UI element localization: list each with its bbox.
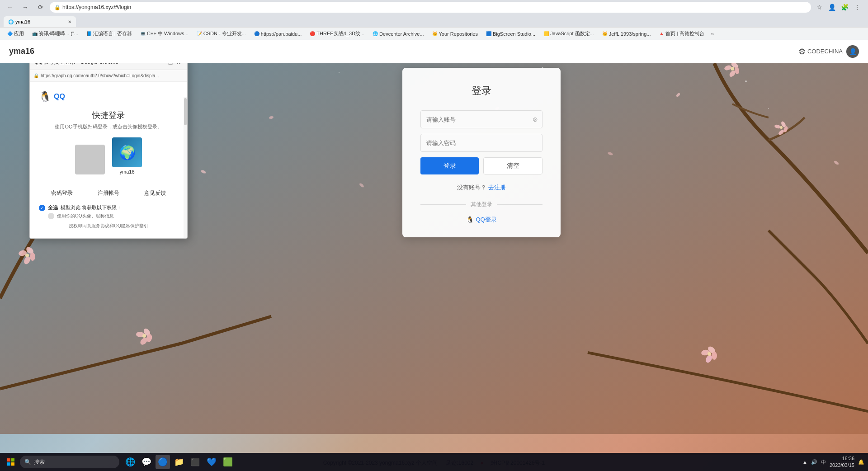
other-login-divider: 其他登录: [420, 201, 542, 208]
qq-terms-text: 授权即同意服务协议和QQ隐私保护指引: [39, 223, 178, 229]
login-submit-button[interactable]: 登录: [420, 157, 479, 174]
back-button[interactable]: ←: [4, 1, 16, 14]
start-button[interactable]: [4, 455, 18, 469]
qq-avatar-blurred[interactable]: [75, 145, 105, 174]
more-button[interactable]: ⋮: [852, 2, 863, 13]
qq-login-subtitle: 使用QQ手机版扫码登录，或点击头像授权登录。: [39, 123, 178, 130]
tabs-bar: 🌐 yma16 ✕: [0, 14, 868, 27]
qq-password-login-link[interactable]: 密码登录: [51, 189, 73, 197]
other-login-methods: 🐧 QQ登录: [420, 216, 542, 224]
qq-brand: 🐧 QQ: [39, 91, 178, 103]
qq-register-link[interactable]: 注册帐号: [98, 189, 119, 197]
bookmark-baidu[interactable]: 🔵 https://pan.baidu...: [250, 29, 306, 39]
bookmark-button[interactable]: ☆: [814, 2, 825, 13]
qq-window-lock-icon: 🔒: [33, 73, 39, 78]
taskbar-app-vscode[interactable]: 💙: [204, 455, 219, 469]
taskbar-search-placeholder: 搜索: [34, 458, 45, 466]
qq-links: 密码登录 注册帐号 意见反馈: [39, 189, 178, 197]
register-link[interactable]: 去注册: [488, 184, 506, 191]
qq-login-popup: QQ帐号安全登录 - Google Chrome ─ □ ✕ 🔒 https:/…: [29, 54, 188, 239]
qq-avatar-name: yma16: [119, 169, 134, 174]
login-card-title: 登录: [420, 84, 542, 98]
qq-login-label: QQ登录: [476, 216, 496, 224]
qq-avatar-real-image: 🌍: [112, 137, 142, 167]
bookmark-csdn[interactable]: 📝 CSDN - 专业开发...: [193, 29, 250, 39]
svg-rect-60: [7, 458, 10, 462]
username-input[interactable]: [420, 110, 542, 128]
qq-all-checkbox[interactable]: ✓: [39, 205, 45, 211]
taskbar-app-terminal[interactable]: ⬛: [188, 455, 203, 469]
extensions-button[interactable]: 🧩: [839, 2, 850, 13]
taskbar-apps: 🌐 💬 🔵 📁 ⬛ 💙 🟩: [123, 455, 235, 469]
register-section: 没有账号？ 去注册: [420, 184, 542, 192]
lock-icon: 🔒: [54, 5, 61, 10]
taskbar-lang[interactable]: 中: [821, 459, 826, 466]
svg-rect-63: [11, 462, 14, 466]
qq-perm-item-row: 使用你的QQ头像、昵称信息: [48, 213, 178, 219]
bookmark-bigscreen[interactable]: 🟦 BigScreen Studio...: [482, 29, 539, 39]
address-bar[interactable]: 🔒 https://yongma16.xyz/#/login: [50, 2, 811, 13]
tab-close-button[interactable]: ✕: [68, 19, 71, 24]
profile-button[interactable]: 👤: [826, 2, 837, 13]
qq-login-title: 快捷登录: [39, 110, 178, 121]
username-wrapper: ⊗: [420, 110, 542, 128]
windows-taskbar: 🔍 搜索 🌐 💬 🔵 📁 ⬛ 💙 🟩 ▲ 🔊 中 16:3: [0, 453, 868, 471]
bookmark-jeffli[interactable]: 🐱 JeffLi1993/spring...: [599, 29, 655, 39]
bookmark-github-repos[interactable]: 🐱 Your Repositories: [429, 29, 481, 39]
site-logo: yma16: [9, 47, 34, 56]
bookmark-asm[interactable]: 📘 汇编语言 | 否存器: [83, 29, 136, 39]
taskbar-app-chrome[interactable]: 🔵: [156, 455, 170, 469]
qq-scrollbar[interactable]: [184, 97, 187, 238]
taskbar-volume-icon[interactable]: 🔊: [811, 459, 817, 465]
bookmark-apps[interactable]: 🔷 应用: [4, 29, 28, 39]
qq-brand-icon: 🐧: [39, 91, 51, 103]
active-tab[interactable]: 🌐 yma16 ✕: [4, 16, 76, 27]
taskbar-app-files[interactable]: 📁: [172, 455, 186, 469]
qq-login-icon: 🐧: [466, 216, 474, 223]
svg-rect-62: [7, 462, 10, 466]
qq-feedback-link[interactable]: 意见反馈: [144, 189, 166, 197]
taskbar-search[interactable]: 🔍 搜索: [20, 456, 119, 468]
other-login-text: 其他登录: [471, 201, 492, 208]
qq-window-url: https://graph.qq.com/oauth2.0/show?which…: [41, 73, 159, 78]
bookmark-news[interactable]: 📺 资讯·哔哩哔... ("...: [28, 29, 82, 39]
qq-avatar-selected[interactable]: 🌍 yma16: [112, 137, 142, 174]
bookmark-devcenter[interactable]: 🌐 Devcenter Archive...: [369, 29, 427, 39]
taskbar-search-icon: 🔍: [24, 459, 31, 465]
refresh-button[interactable]: ⟳: [34, 1, 47, 14]
taskbar-arrow-up[interactable]: ▲: [802, 459, 807, 465]
qq-all-label: 全选 模型浏览 将获取以下权限：: [48, 204, 122, 211]
svg-rect-61: [11, 458, 14, 462]
taskbar-app-edge[interactable]: 🌐: [123, 455, 137, 469]
codechina-icon: ⚙: [798, 47, 806, 57]
taskbar-notification[interactable]: 🔔: [858, 459, 864, 465]
qq-login-button[interactable]: 🐧 QQ登录: [466, 216, 496, 224]
taskbar-right: ▲ 🔊 中 16:36 2023/03/15 🔔: [802, 455, 864, 469]
user-avatar[interactable]: 👤: [846, 45, 859, 58]
qq-item-checkbox[interactable]: [48, 213, 54, 219]
bookmark-js[interactable]: 🟨 JavaScript 函数定...: [540, 29, 598, 39]
qq-permissions: ✓ 全选 模型浏览 将获取以下权限： 使用你的QQ头像、昵称信息: [39, 204, 178, 219]
no-account-text: 没有账号？: [457, 184, 486, 191]
qq-window-content: 🐧 QQ 快捷登录 使用QQ手机版扫码登录，或点击头像授权登录。 🌍 yma16: [30, 82, 187, 238]
bookmark-amap[interactable]: 🔺 首页 | 高德控制台: [655, 29, 708, 39]
tab-favicon: 🌐: [8, 19, 14, 24]
forward-button[interactable]: →: [19, 1, 32, 14]
qq-avatars-container: 🌍 yma16: [39, 137, 178, 174]
tab-title: yma16: [15, 19, 66, 24]
bookmarks-more[interactable]: »: [709, 31, 716, 37]
codechina-logo: ⚙ CODECHINA: [798, 47, 843, 57]
qq-avatar-blur-image: [75, 145, 105, 174]
login-buttons: 登录 清空: [420, 157, 542, 174]
taskbar-app-unknown[interactable]: 🟩: [221, 455, 235, 469]
username-clear-icon[interactable]: ⊗: [533, 116, 538, 123]
bookmark-three[interactable]: 🔴 THREE实战4_3D纹...: [306, 29, 368, 39]
password-input[interactable]: [420, 134, 542, 152]
taskbar-date: 2023/03/15: [830, 462, 854, 469]
login-clear-button[interactable]: 清空: [483, 157, 542, 174]
bookmark-cpp[interactable]: 💻 C++ 中 Windows...: [137, 29, 192, 39]
taskbar-app-wechat[interactable]: 💬: [139, 455, 154, 469]
qq-perm-all-row: ✓ 全选 模型浏览 将获取以下权限：: [39, 204, 178, 211]
your-repositories-label: Your Repositories: [439, 31, 478, 37]
taskbar-time[interactable]: 16:36 2023/03/15: [830, 455, 854, 469]
